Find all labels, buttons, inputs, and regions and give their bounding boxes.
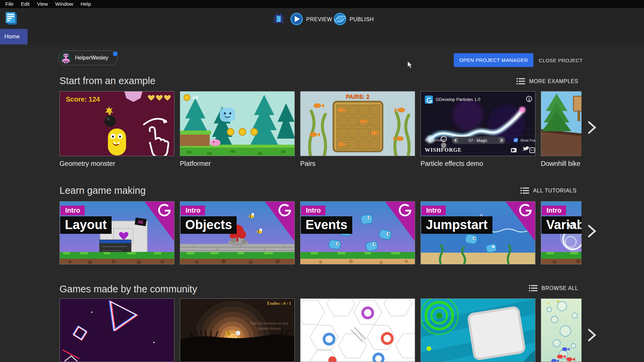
pairs-art <box>300 92 415 156</box>
preview-button[interactable]: PREVIEW <box>290 13 332 25</box>
examples-carousel: Score: 124 Geometry monster <box>59 91 581 169</box>
publish-button[interactable]: PUBLISH <box>334 13 374 25</box>
tutorial-card-objects[interactable]: Intro Objects <box>180 201 295 264</box>
example-card-geometry-monster[interactable]: Score: 124 Geometry monster <box>59 91 174 168</box>
debugger-icon[interactable] <box>272 12 285 25</box>
tab-bar: Home <box>0 29 644 44</box>
more-examples-label: MORE EXAMPLES <box>529 78 578 84</box>
tab-home-label: Home <box>4 33 19 40</box>
browse-all-link[interactable]: BROWSE ALL <box>529 285 578 292</box>
tutorial-card-variables[interactable]: Intro Variables +1 <box>541 201 581 264</box>
more-examples-link[interactable]: MORE EXAMPLES <box>516 78 578 85</box>
list-icon <box>529 285 537 292</box>
mouse-cursor <box>407 61 414 69</box>
example-card-particle-effects[interactable]: GDevelop Particles 1.0 Background 07 - M… <box>420 91 535 168</box>
notification-dot <box>113 51 118 56</box>
community-card-teal-arcade[interactable] <box>420 298 535 362</box>
tutorials-carousel: Intro Layout Hi <box>59 201 581 265</box>
wishforge-brand: WISHFORGE <box>425 147 461 153</box>
intro-badge: Intro <box>301 206 325 215</box>
coin-counter: x3 <box>192 95 198 100</box>
intro-badge: Intro <box>181 206 205 215</box>
gdevelop-logo-icon <box>4 10 18 26</box>
all-tutorials-link[interactable]: ALL TUTORIALS <box>520 187 576 194</box>
menu-file[interactable]: File <box>2 0 17 8</box>
preset-selector-value: 07 - Magic <box>454 138 501 143</box>
community-card-hexagon-puzzle[interactable] <box>300 298 415 362</box>
stars-counter: Étoiles : 0 / 1 <box>267 301 291 306</box>
card-label: Geometry monster <box>59 160 174 168</box>
show-frame-label: Show Frame <box>520 139 535 142</box>
menu-view[interactable]: View <box>33 0 51 8</box>
publish-planet-icon <box>334 13 346 25</box>
section-title-examples: Start from an example <box>59 75 155 86</box>
community-card-sunset-platformer[interactable]: Étoiles : 0 / 1 Tuer les monstres en leu… <box>180 298 295 362</box>
neon-geometry-art <box>60 299 174 362</box>
examples-next-chevron[interactable] <box>585 119 598 136</box>
user-profile-chip[interactable]: HelperWesley <box>58 50 118 65</box>
tutorial-word: Objects <box>180 216 237 234</box>
teal-arcade-art <box>421 299 535 362</box>
intro-badge: Intro <box>542 206 566 215</box>
menu-edit[interactable]: Edit <box>17 0 33 8</box>
plus-one-counter: +1 <box>567 221 576 230</box>
card-label: Platformer <box>180 160 295 168</box>
community-card-bubble-game[interactable] <box>541 298 581 362</box>
score-text: Score: 124 <box>66 96 100 103</box>
avatar <box>60 52 72 64</box>
menu-help[interactable]: Help <box>77 0 95 8</box>
tutorial-card-layout[interactable]: Intro Layout Hi <box>59 201 174 264</box>
particles-app-title: GDevelop Particles 1.0 <box>436 97 480 102</box>
list-icon <box>516 78 525 85</box>
example-card-downhill-bike[interactable]: Downhill bike <box>541 91 581 168</box>
play-circle-icon <box>290 13 303 25</box>
tutorial-card-events[interactable]: Intro Events <box>300 201 415 264</box>
open-project-manager-button[interactable]: OPEN PROJECT MANAGER <box>454 53 533 67</box>
close-project-button[interactable]: CLOSE PROJECT <box>537 53 585 67</box>
community-carousel: Étoiles : 0 / 1 Tuer les monstres en leu… <box>59 298 581 362</box>
example-card-pairs[interactable]: PAIRS: 2 Pairs <box>300 91 415 168</box>
hi-tag: Hi <box>135 218 147 226</box>
background-label: Background <box>425 138 445 142</box>
downhill-bike-art <box>541 92 581 156</box>
list-icon <box>520 187 529 194</box>
all-tutorials-label: ALL TUTORIALS <box>533 188 576 194</box>
card-label: Downhill bike <box>541 160 581 168</box>
community-card-neon-geometry[interactable] <box>59 298 174 362</box>
bubble-game-art <box>541 299 581 362</box>
browse-all-label: BROWSE ALL <box>541 285 578 291</box>
hexagon-puzzle-art <box>300 299 415 362</box>
card-label: Pairs <box>300 160 415 168</box>
intro-badge: Intro <box>61 206 85 215</box>
publish-label: PUBLISH <box>350 16 374 23</box>
toolbar: PREVIEW PUBLISH <box>0 8 644 29</box>
robot-avatar-icon <box>60 52 72 64</box>
menu-window[interactable]: Window <box>51 0 77 8</box>
card-label: Particle effects demo <box>420 160 535 168</box>
tutorials-next-chevron[interactable] <box>585 223 598 239</box>
intro-badge: Intro <box>421 206 446 215</box>
platformer-art <box>180 92 295 156</box>
tutorial-word: Layout <box>60 216 112 234</box>
section-title-tutorials: Learn game making <box>59 185 146 196</box>
gdevelop-window: File Edit View Window Help <box>0 0 644 362</box>
tutorial-word: Events <box>301 216 352 234</box>
section-title-community: Games made by the community <box>59 284 197 295</box>
username: HelperWesley <box>75 55 108 61</box>
tutorial-word: Jumpstart <box>421 216 492 234</box>
menu-bar: File Edit View Window Help <box>0 0 644 8</box>
preview-label: PREVIEW <box>306 16 332 23</box>
community-next-chevron[interactable] <box>585 327 598 343</box>
pairs-header: PAIRS: 2 <box>300 94 415 100</box>
tab-home[interactable]: Home <box>0 29 28 44</box>
tutorial-card-jumpstart[interactable]: Intro Jumpstart <box>420 201 535 264</box>
objective-hint: Tuer les monstres en leur sautant dessus <box>247 321 291 331</box>
example-card-platformer[interactable]: x3 Platformer <box>180 91 295 168</box>
